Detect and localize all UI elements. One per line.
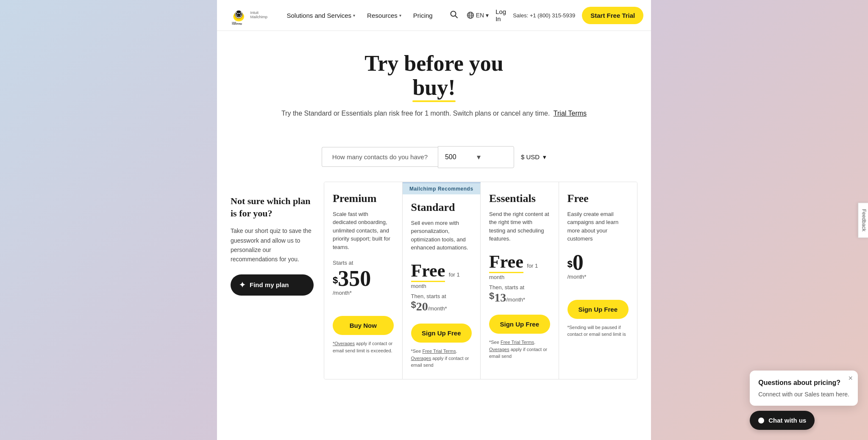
plan-footnote-essentials: *See Free Trial Terms. Overages apply if… xyxy=(489,339,550,360)
plan-cta-essentials[interactable]: Sign Up Free xyxy=(489,315,550,334)
search-button[interactable] xyxy=(448,8,460,22)
start-trial-button[interactable]: Start Free Trial xyxy=(582,7,643,24)
price-block-free: $0 /month* xyxy=(568,252,629,290)
plan-name-essentials: Essentials xyxy=(489,192,550,205)
contact-dropdown[interactable]: 500 ▾ xyxy=(438,146,514,168)
login-link[interactable]: Log In xyxy=(495,8,506,22)
plan-cta-premium[interactable]: Buy Now xyxy=(333,316,394,335)
overages-link-premium[interactable]: *Overages xyxy=(333,341,355,346)
plan-name-free: Free xyxy=(568,192,629,205)
then-price-standard: $20/month* xyxy=(411,299,472,313)
mailchimp-logo-icon: intuit mailchimp xyxy=(231,5,247,25)
currency-selector[interactable]: $ USD ▾ xyxy=(521,153,546,161)
plan-card-essentials: Essentials Send the right content at the… xyxy=(481,182,559,379)
overages-link-essentials[interactable]: Overages xyxy=(489,347,509,352)
nav-pricing[interactable]: Pricing xyxy=(408,8,438,22)
svg-point-5 xyxy=(237,14,240,16)
trial-terms-link[interactable]: Trial Terms xyxy=(554,110,587,117)
plan-desc-essentials: Send the right content at the right time… xyxy=(489,210,550,243)
plan-cta-free[interactable]: Sign Up Free xyxy=(568,300,629,319)
plan-desc-standard: Sell even more with personalization, opt… xyxy=(411,219,472,252)
price-per-month-free: /month* xyxy=(568,274,629,280)
free-label-essentials: Free xyxy=(489,252,523,271)
plan-name-standard: Standard xyxy=(411,201,472,214)
plan-desc-free: Easily create email campaigns and learn … xyxy=(568,210,629,243)
quiz-sidebar: Not sure which plan is for you? Take our… xyxy=(231,182,324,306)
then-starts-at-standard: Then, starts at xyxy=(411,293,472,299)
plans-grid: Premium Scale fast with dedicated onboar… xyxy=(324,182,637,379)
dropdown-chevron-icon: ▾ xyxy=(477,152,481,162)
logo[interactable]: intuit mailchimp Intuit Mailchimp xyxy=(231,5,272,25)
svg-text:mailchimp: mailchimp xyxy=(232,23,242,25)
plan-footnote-free: *Sending will be paused if contact or em… xyxy=(568,324,629,338)
nav-resources[interactable]: Resources ▾ xyxy=(362,8,406,22)
search-icon xyxy=(450,10,458,19)
svg-point-8 xyxy=(236,11,241,13)
lang-chevron-icon: ▾ xyxy=(486,12,489,19)
free-label-standard: Free xyxy=(411,261,445,280)
sales-phone: Sales: +1 (800) 315-5939 xyxy=(513,12,575,19)
nav-right: EN ▾ Log In Sales: +1 (800) 315-5939 Sta… xyxy=(448,7,644,24)
nav-solutions[interactable]: Solutions and Services ▾ xyxy=(282,8,361,22)
plan-footnote-premium: *Overages apply if contact or email send… xyxy=(333,340,394,354)
star-icon: ✦ xyxy=(239,280,245,290)
plan-cta-standard[interactable]: Sign Up Free xyxy=(411,324,472,343)
chat-button[interactable]: Chat with us xyxy=(750,411,815,430)
navbar: intuit mailchimp Intuit Mailchimp Soluti… xyxy=(217,0,651,31)
resources-chevron-icon: ▾ xyxy=(399,13,401,18)
chat-popup-subtitle: Connect with our Sales team here. xyxy=(758,390,849,399)
hero-title: Try before you buy! xyxy=(231,51,637,100)
quiz-body: Take our short quiz to save the guesswor… xyxy=(231,226,314,264)
currency-chevron-icon: ▾ xyxy=(543,153,546,161)
price-block-premium: $350 /month* xyxy=(333,268,394,306)
plan-desc-premium: Scale fast with dedicated onboarding, un… xyxy=(333,210,394,252)
plans-section: Not sure which plan is for you? Take our… xyxy=(217,182,651,379)
find-plan-button[interactable]: ✦ Find my plan xyxy=(231,274,314,296)
plan-card-standard: Mailchimp Recommends Standard Sell even … xyxy=(403,182,481,379)
chat-widget: × Questions about pricing? Connect with … xyxy=(750,371,858,430)
price-premium: 350 xyxy=(338,268,371,290)
starts-at-label: Starts at xyxy=(333,260,394,266)
then-starts-at-essentials: Then, starts at xyxy=(489,284,550,291)
solutions-chevron-icon: ▾ xyxy=(353,13,355,18)
then-price-essentials: $13/month* xyxy=(489,291,550,304)
svg-point-6 xyxy=(236,13,237,14)
plan-name-premium: Premium xyxy=(333,192,394,205)
hero-section: Try before you buy! Try the Standard or … xyxy=(217,31,651,133)
globe-icon xyxy=(467,11,474,19)
plan-footnote-standard: *See Free Trial Terms. Overages apply if… xyxy=(411,348,472,369)
contact-selector: How many contacts do you have? 500 ▾ $ U… xyxy=(307,146,561,168)
quiz-heading: Not sure which plan is for you? xyxy=(231,195,314,219)
price-block-essentials: Free for 1 month Then, starts at $13/mon… xyxy=(489,252,550,304)
trial-terms-link-essentials[interactable]: Free Trial Terms xyxy=(501,340,534,345)
brand-intuit: Intuit Mailchimp xyxy=(250,11,271,19)
chat-popup-close-button[interactable]: × xyxy=(848,374,853,383)
price-per-month-premium: /month* xyxy=(333,290,394,296)
trial-terms-link-standard[interactable]: Free Trial Terms xyxy=(422,349,456,354)
price-free: 0 xyxy=(573,252,584,274)
price-block-standard: Free for 1 month Then, starts at $20/mon… xyxy=(411,260,472,313)
overages-link-standard[interactable]: Overages xyxy=(411,356,431,361)
language-selector[interactable]: EN ▾ xyxy=(467,11,489,19)
chat-popup-title: Questions about pricing? xyxy=(758,379,849,387)
hero-subtitle: Try the Standard or Essentials plan risk… xyxy=(231,108,637,119)
nav-links: Solutions and Services ▾ Resources ▾ Pri… xyxy=(282,8,438,22)
chat-bubble-icon xyxy=(758,418,764,423)
chat-popup: × Questions about pricing? Connect with … xyxy=(750,371,858,406)
plan-card-free: Free Easily create email campaigns and l… xyxy=(559,182,637,379)
recommended-badge: Mailchimp Recommends xyxy=(403,183,481,194)
svg-point-7 xyxy=(240,13,241,14)
plan-card-premium: Premium Scale fast with dedicated onboar… xyxy=(324,182,403,379)
contact-label: How many contacts do you have? xyxy=(322,147,438,167)
